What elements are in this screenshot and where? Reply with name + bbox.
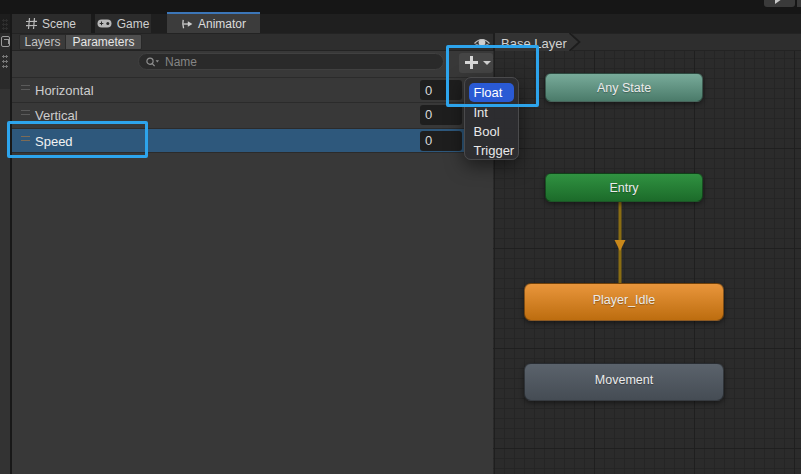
tab-scene[interactable]: Scene — [11, 14, 91, 33]
popout-icon — [1, 36, 10, 47]
node-entry[interactable]: Entry — [545, 173, 703, 202]
tab-parameters[interactable]: Parameters — [65, 35, 141, 49]
tab-separator — [91, 14, 95, 33]
tabbar-gap — [151, 14, 167, 33]
menu-item-trigger[interactable]: Trigger — [469, 141, 514, 160]
node-entry-label: Entry — [609, 181, 638, 195]
search-placeholder: Name — [163, 55, 197, 69]
main-toolbar-strip — [0, 0, 801, 14]
adjacent-panel-edge — [0, 14, 12, 474]
animator-icon — [181, 19, 193, 29]
animator-graph-canvas[interactable]: Any State Entry Player_Idle Movement — [493, 51, 801, 474]
node-movement[interactable]: Movement — [524, 363, 724, 401]
pause-button[interactable] — [797, 0, 801, 7]
menu-item-bool[interactable]: Bool — [469, 122, 514, 141]
parameter-search-field[interactable]: Name — [138, 53, 444, 70]
grip-dots-icon — [2, 55, 8, 69]
node-any-state-label: Any State — [597, 81, 651, 95]
game-gamepad-icon — [97, 19, 112, 28]
drag-handle-icon[interactable] — [21, 110, 30, 115]
play-icon — [775, 0, 782, 4]
dock-tab-bar: Scene Game — [0, 14, 801, 33]
annotation-box-speed-row — [7, 121, 148, 158]
transition-entry-to-playeridle[interactable] — [608, 202, 632, 283]
drag-handle-icon[interactable] — [21, 85, 30, 90]
layers-parameters-switch: Layers Parameters — [19, 34, 142, 50]
tab-scene-label: Scene — [42, 17, 76, 31]
parameter-value-field[interactable]: 0 — [420, 105, 462, 125]
tab-animator-label: Animator — [198, 17, 246, 31]
faint-dots-icon — [2, 19, 8, 31]
node-player-idle[interactable]: Player_Idle — [524, 283, 724, 321]
parameters-panel: Name Horizontal 0 Vertical 0 Speed — [11, 51, 493, 474]
annotation-box-add-button — [446, 45, 539, 107]
scene-grid-icon — [26, 18, 37, 29]
parameter-row-horizontal[interactable]: Horizontal 0 — [11, 77, 493, 103]
parameter-name: Horizontal — [35, 78, 94, 103]
play-button[interactable] — [764, 0, 795, 7]
tab-layers[interactable]: Layers — [20, 35, 65, 49]
tab-game[interactable]: Game — [95, 14, 151, 33]
node-movement-label: Movement — [595, 373, 653, 387]
tab-game-label: Game — [117, 17, 150, 31]
unity-editor-window: Scene Game — [0, 0, 801, 474]
search-icon — [145, 56, 159, 68]
node-player-idle-label: Player_Idle — [593, 293, 656, 307]
node-any-state[interactable]: Any State — [545, 73, 703, 102]
breadcrumb-chevron-icon — [569, 33, 583, 51]
parameter-value-field[interactable]: 0 — [420, 131, 462, 151]
tab-animator[interactable]: Animator — [167, 12, 260, 33]
